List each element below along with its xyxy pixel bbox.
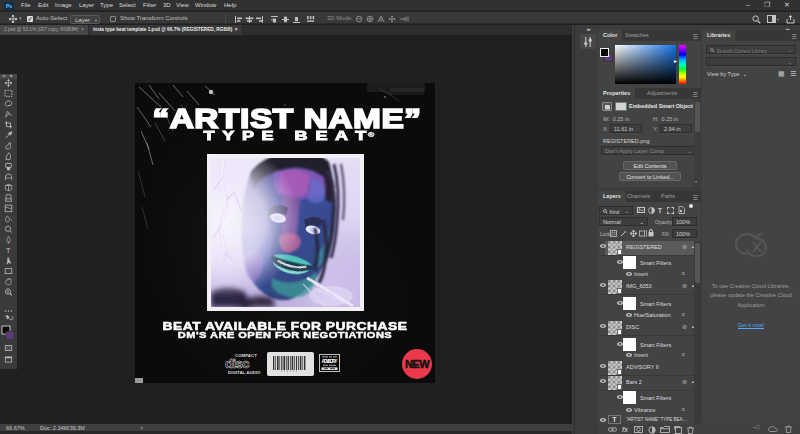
svg-text:DIGITAL AUDIO: DIGITAL AUDIO xyxy=(228,370,261,375)
svg-text:ADVISORY: ADVISORY xyxy=(322,358,339,364)
svg-text:T: T xyxy=(6,246,11,255)
